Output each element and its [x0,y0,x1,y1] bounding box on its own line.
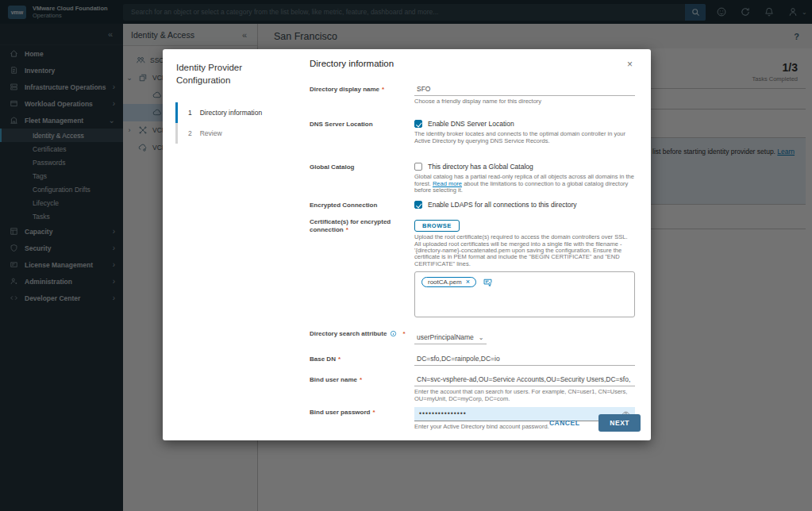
required-asterisk: * [372,409,375,416]
step-number: 2 [188,129,192,137]
chip-label: rootCA.pem [428,279,462,286]
wizard-steps-list: 1 Directory information 2 Review [175,102,290,144]
modal-header: Directory information × [310,59,635,70]
label-text: Directory display name [310,86,379,93]
checkbox-checked[interactable] [414,120,422,128]
wizard-step-review[interactable]: 2 Review [178,123,290,144]
label-text: Bind user name [310,376,357,383]
base-dn-input[interactable]: DC=sfo,DC=rainpole,DC=io [414,354,635,366]
certificate-files-box: rootCA.pem × [414,271,635,317]
field-base-dn: Base DN* DC=sfo,DC=rainpole,DC=io [310,354,635,366]
step-number: 1 [188,109,192,117]
field-helper-text: Global catalog has a partial read-only r… [414,174,635,194]
certificate-chip[interactable]: rootCA.pem × [421,277,476,287]
checkbox-label: This directory has a Global Catalog [428,163,533,171]
checkbox-label: Enable DNS Server Location [428,120,514,128]
required-asterisk: * [402,330,405,338]
required-asterisk: * [360,376,362,383]
required-asterisk: * [338,355,341,363]
field-certificates: Certificate(s) for encrypted connection*… [310,217,635,317]
required-asterisk: * [382,86,384,93]
field-directory-search-attribute: Directory search attribute * userPrincip… [310,328,635,344]
field-directory-display-name: Directory display name* SFO Choose a fri… [310,84,635,105]
global-catalog-checkbox-row[interactable]: This directory has a Global Catalog [414,162,635,171]
field-helper-text: Choose a friendly display name for this … [414,98,635,105]
field-encrypted-connection: Encrypted Connection Enable LDAPS for al… [310,200,635,209]
field-dns-server-location: DNS Server Location Enable DNS Server Lo… [310,119,635,144]
wizard-title: Identity Provider Configuration [176,62,270,86]
chevron-down-icon: ⌄ [479,334,484,341]
cancel-button[interactable]: CANCEL [545,418,584,428]
browse-button[interactable]: BROWSE [414,220,460,232]
identity-provider-configuration-modal: Identity Provider Configuration 1 Direct… [163,49,651,440]
field-label: Bind user name* [310,375,414,402]
checkbox-label: Enable LDAPS for all connections to this… [428,201,577,209]
checkbox-checked[interactable] [414,201,422,209]
label-text: Bind user password [310,409,370,416]
field-label: Directory display name* [310,84,414,105]
field-helper-text: Enter the account that can search for us… [414,389,635,402]
modal-title: Directory information [310,59,394,68]
field-label: Global Catalog [310,162,414,194]
dns-enable-checkbox-row[interactable]: Enable DNS Server Location [414,119,635,129]
field-global-catalog: Global Catalog This directory has a Glob… [310,162,635,194]
wizard-step-directory-information[interactable]: 1 Directory information [178,102,290,123]
label-text: Directory search attribute [310,330,387,338]
directory-display-name-input[interactable]: SFO [414,84,635,96]
search-attribute-select[interactable]: userPrincipalName ⌄ [414,332,487,344]
step-label: Review [200,129,222,137]
close-icon[interactable]: × [625,59,635,70]
directory-information-form: Directory information × Directory displa… [298,49,651,440]
ldaps-enable-checkbox-row[interactable]: Enable LDAPS for all connections to this… [414,200,635,209]
select-value: userPrincipalName [417,333,474,341]
next-button[interactable]: NEXT [598,414,641,432]
chip-remove-icon[interactable]: × [466,279,470,286]
label-text: Certificate(s) for encrypted connection [310,218,391,233]
required-asterisk: * [346,226,348,233]
field-label: DNS Server Location [310,119,414,144]
field-label: Certificate(s) for encrypted connection* [310,217,414,317]
field-label: Bind user password* [310,407,414,430]
field-label: Encrypted Connection [310,200,414,209]
field-helper-text: Upload the root certificate(s) required … [414,234,635,267]
label-text: Base DN [310,355,336,363]
modal-footer: CANCEL NEXT [545,414,641,432]
checkbox-unchecked[interactable] [414,163,422,171]
step-label: Directory information [200,109,262,117]
info-icon[interactable] [390,330,397,337]
bind-user-name-input[interactable]: CN=svc-vsphere-ad,OU=Service Accounts,OU… [414,375,635,386]
field-helper-text: The identity broker locates and connects… [414,131,635,144]
field-label: Directory search attribute * [310,328,414,344]
field-label: Base DN* [310,354,414,366]
wizard-steps-pane: Identity Provider Configuration 1 Direct… [163,49,298,440]
field-bind-user-name: Bind user name* CN=svc-vsphere-ad,OU=Ser… [310,375,635,402]
certificate-preview-icon[interactable] [483,277,493,287]
